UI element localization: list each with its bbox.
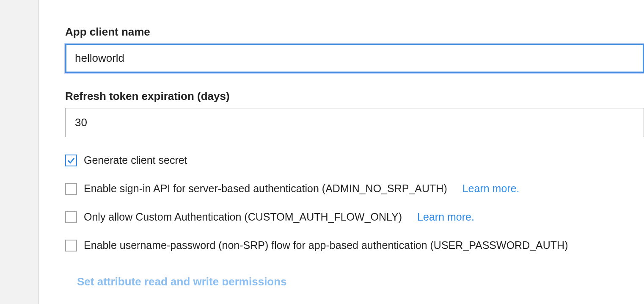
refresh-token-expiration-label: Refresh token expiration (days)	[65, 90, 644, 103]
check-icon	[66, 156, 76, 165]
app-client-name-group: App client name	[65, 25, 644, 73]
page-root: App client name Refresh token expiration…	[0, 0, 644, 304]
app-client-name-label: App client name	[65, 25, 644, 39]
custom-auth-label: Only allow Custom Authentication (CUSTOM…	[84, 211, 402, 223]
admin-no-srp-label: Enable sign-in API for server-based auth…	[84, 182, 447, 195]
admin-no-srp-row: Enable sign-in API for server-based auth…	[65, 182, 644, 195]
custom-auth-checkbox[interactable]	[65, 211, 77, 223]
user-password-auth-checkbox[interactable]	[65, 240, 77, 251]
admin-no-srp-learn-more-link[interactable]: Learn more.	[462, 182, 520, 195]
set-attribute-permissions-link[interactable]: Set attribute read and write permissions	[77, 276, 287, 285]
custom-auth-row: Only allow Custom Authentication (CUSTOM…	[65, 211, 644, 223]
generate-client-secret-row: Generate client secret	[65, 154, 644, 166]
admin-no-srp-checkbox[interactable]	[65, 183, 77, 195]
custom-auth-learn-more-link[interactable]: Learn more.	[417, 211, 474, 223]
sidebar-placeholder	[0, 0, 39, 304]
content-area: App client name Refresh token expiration…	[39, 0, 644, 304]
generate-client-secret-label: Generate client secret	[84, 154, 187, 166]
app-client-name-input[interactable]	[65, 44, 644, 73]
user-password-auth-label: Enable username-password (non-SRP) flow …	[84, 239, 568, 251]
generate-client-secret-checkbox[interactable]	[65, 155, 77, 166]
refresh-token-expiration-input[interactable]	[65, 108, 644, 137]
refresh-token-expiration-group: Refresh token expiration (days)	[65, 90, 644, 137]
user-password-auth-row: Enable username-password (non-SRP) flow …	[65, 239, 644, 251]
